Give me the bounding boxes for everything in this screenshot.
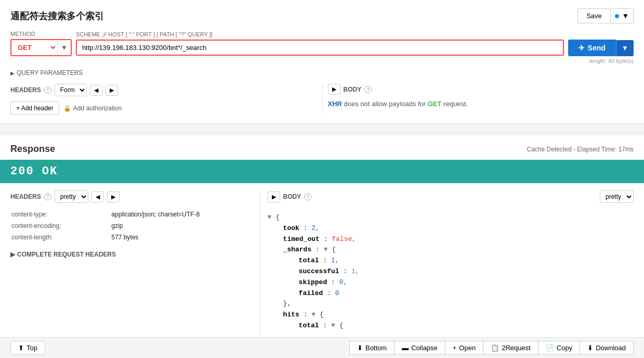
table-row: content-type:application/json; charset=U… — [11, 209, 252, 220]
json-successful-line: successful : 1, — [268, 266, 634, 277]
send-section: ✈ Send ▼ — [568, 31, 634, 56]
add-auth-label: Add authorization — [73, 105, 122, 112]
query-params-toggle[interactable]: ▶ QUERY PARAMETERS — [10, 69, 634, 76]
length-info: length: 40 byte(s) — [10, 58, 634, 64]
chevron-right-icon: ▶ — [10, 70, 15, 76]
headers-toggle-right[interactable]: ▶ — [106, 85, 118, 96]
page-title: 通配符去搜索多个索引 — [10, 10, 104, 22]
request-word: request. — [443, 100, 468, 108]
url-input-wrap — [76, 40, 564, 56]
resp-body-format-select[interactable]: pretty raw — [600, 190, 634, 203]
chevron-down-icon: ▼ — [622, 12, 629, 20]
method-label: METHOD — [10, 31, 72, 37]
save-dropdown-button[interactable]: ▼ — [610, 8, 634, 23]
response-panel: Response Cache Detected - Elapsed Time: … — [0, 135, 644, 344]
json-hits-total-line: total : ▼ { — [268, 321, 634, 331]
copy-button[interactable]: 📄 Copy — [538, 341, 580, 344]
send-label: Send — [588, 44, 606, 52]
header-key: content-length: — [11, 232, 110, 242]
resp-headers-toggle-left[interactable]: ◀ — [91, 191, 104, 202]
table-row: content-encoding:gzip — [11, 221, 252, 231]
chevron-right-icon: ▶ — [10, 251, 15, 258]
save-dot — [615, 14, 619, 18]
response-headers-section: HEADERS ? pretty raw ◀ ▶ content-type:ap… — [10, 190, 260, 336]
header-key: content-encoding: — [11, 221, 110, 231]
header-key: content-type: — [11, 209, 110, 220]
download-button[interactable]: ⬇ Download — [580, 341, 634, 344]
headers-toggle-left[interactable]: ◀ — [90, 85, 102, 96]
resp-body-help-icon[interactable]: ? — [304, 193, 311, 200]
to-request-button[interactable]: 📋 2Request — [483, 341, 538, 344]
top-button-wrap: ⬆ Top — [10, 341, 45, 344]
json-hits-line: hits : ▼ { — [268, 310, 634, 321]
complete-req-toggle[interactable]: ▶ COMPLETE REQUEST HEADERS — [10, 251, 253, 258]
status-bar: 200 OK — [0, 160, 644, 183]
resp-headers-title: HEADERS — [10, 193, 41, 200]
json-timed-out-line: timed_out : false, — [268, 234, 634, 245]
complete-req-label: COMPLETE REQUEST HEADERS — [17, 251, 116, 258]
body-title: BODY — [344, 86, 362, 93]
open-button[interactable]: + Open — [445, 341, 483, 344]
add-authorization-button[interactable]: 🔒 Add authorization — [63, 101, 122, 115]
json-line-open-brace: ▼ { — [268, 212, 634, 223]
response-title: Response — [10, 144, 55, 155]
json-took-line: took : 2, — [268, 223, 634, 234]
add-header-button[interactable]: + Add header — [10, 101, 59, 115]
body-toggle-right[interactable]: ▶ — [328, 84, 340, 95]
header-value: application/json; charset=UTF-8 — [111, 209, 251, 220]
body-help-icon[interactable]: ? — [364, 86, 372, 93]
json-viewer: ▼ { took : 2, timed_out : false, _shards… — [268, 208, 634, 336]
headers-format-select[interactable]: Form Raw — [55, 84, 87, 96]
status-text: 200 OK — [10, 165, 58, 178]
body-section: ▶ BODY ? XHR does not allow payloads for… — [322, 84, 634, 115]
json-shards-close: }, — [268, 299, 634, 310]
table-row: content-length:577 bytes — [11, 232, 252, 242]
get-word: GET — [428, 100, 442, 108]
json-failed-line: failed : 0 — [268, 288, 634, 299]
url-section: SCHEME :// HOST [ ":" PORT ] [ PATH [ "?… — [76, 31, 564, 56]
url-input[interactable] — [77, 41, 563, 55]
response-body-section: ▶ BODY ? pretty raw ▼ { took : 2, — [260, 190, 634, 336]
xhr-word: XHR — [328, 100, 342, 108]
send-dropdown-button[interactable]: ▼ — [616, 40, 634, 56]
send-button[interactable]: ✈ Send — [568, 40, 616, 56]
resp-headers-help-icon[interactable]: ? — [44, 193, 51, 200]
method-dropdown-icon[interactable]: ▼ — [57, 41, 71, 55]
xhr-note-text: does not allow payloads for — [344, 100, 428, 108]
bottom-button[interactable]: ⬇ Bottom — [349, 341, 395, 344]
save-button[interactable]: Save — [577, 8, 610, 23]
headers-section: HEADERS ? Form Raw ◀ ▶ + Add header 🔒 Ad… — [10, 84, 322, 115]
method-section: METHOD GET POST PUT DELETE ▼ — [10, 31, 72, 56]
cache-info: Cache Detected - Elapsed Time: 17ms — [527, 146, 634, 153]
top-button[interactable]: ⬆ Top — [10, 341, 45, 344]
headers-help-icon[interactable]: ? — [44, 86, 51, 94]
resp-body-title: BODY — [283, 193, 301, 200]
json-total-line: total : 1, — [268, 255, 634, 266]
lock-icon: 🔒 — [63, 105, 71, 112]
method-select-wrap: GET POST PUT DELETE ▼ — [10, 39, 72, 56]
resp-headers-format-select[interactable]: pretty raw — [55, 190, 88, 203]
complete-request-section: ▶ COMPLETE REQUEST HEADERS — [10, 251, 253, 258]
method-select[interactable]: GET POST PUT DELETE — [11, 40, 57, 55]
bottom-bar: ⬆ Top ⬇ Bottom ▬ Collapse + Open 📋 2Requ… — [0, 337, 644, 344]
json-shards-line: _shards : ▼ { — [268, 245, 634, 255]
xhr-note: XHR does not allow payloads for GET requ… — [328, 100, 634, 108]
resp-body-toggle-right[interactable]: ▶ — [268, 191, 280, 202]
resp-headers-toggle-right[interactable]: ▶ — [107, 191, 120, 202]
send-icon: ✈ — [579, 44, 585, 52]
divider — [0, 131, 644, 135]
header-value: gzip — [111, 221, 251, 231]
scheme-label: SCHEME :// HOST [ ":" PORT ] [ PATH [ "?… — [76, 31, 564, 37]
query-params-label: QUERY PARAMETERS — [17, 69, 83, 76]
response-headers-table: content-type:application/json; charset=U… — [10, 208, 253, 244]
headers-title: HEADERS — [10, 86, 41, 94]
header-value: 577 bytes — [111, 232, 251, 242]
save-group: Save ▼ — [577, 8, 634, 23]
collapse-button[interactable]: ▬ Collapse — [395, 341, 445, 344]
json-skipped-line: skipped : 0, — [268, 277, 634, 288]
